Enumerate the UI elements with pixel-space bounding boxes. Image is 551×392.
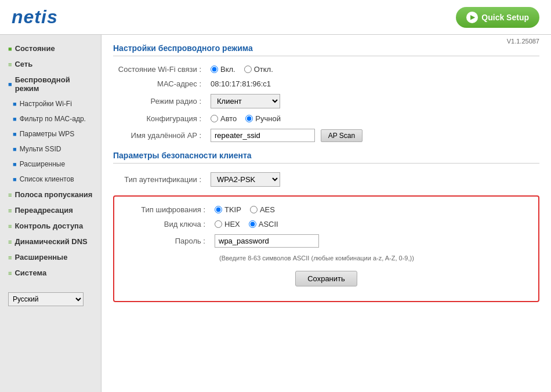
sidebar-label-multi-ssid: Мульти SSID: [20, 145, 61, 153]
key-radio-group: HEX ASCII: [215, 220, 531, 228]
access-control-icon: ≡: [8, 223, 12, 230]
remote-ap-row: Имя удалённой AP : AP Scan: [113, 126, 539, 145]
wifi-on-text: Вкл.: [220, 65, 235, 74]
radio-mode-label: Режим радио :: [113, 91, 206, 111]
language-select[interactable]: Русский English: [8, 292, 84, 306]
wifi-status-row: Состояние Wi-Fi связи : Вкл. Откл.: [113, 62, 539, 77]
encrypt-tkip-radio[interactable]: [215, 206, 222, 213]
advanced2-icon: ≡: [8, 254, 12, 261]
sidebar-label-wps: Параметры WPS: [20, 130, 75, 138]
content-area: Настройки беспроводного режима Состояние…: [102, 35, 551, 392]
mac-row: МАС-адрес : 08:10:17:81:96:c1: [113, 77, 539, 91]
sidebar-label-advanced: Расширенные: [20, 160, 66, 168]
hint-row: (Введите 8-63 символов ASCII (любые комб…: [117, 251, 535, 265]
status-icon: ■: [8, 45, 12, 52]
encrypt-type-value: TKIP AES: [210, 202, 535, 217]
encrypt-tkip-text: TKIP: [224, 205, 241, 214]
password-row: Пароль :: [117, 231, 535, 251]
auth-type-label: Тип аутентификации :: [113, 169, 206, 190]
key-ascii-radio[interactable]: [249, 220, 256, 228]
encrypt-radio-group: TKIP AES: [215, 205, 531, 214]
sidebar-label-ddns: Динамический DNS: [14, 237, 87, 246]
auth-type-value: WPA2-PSK WPA-PSK WEP Отключено: [206, 169, 539, 190]
remote-ap-label: Имя удалённой AP :: [113, 126, 206, 145]
encrypt-aes-label[interactable]: AES: [250, 205, 275, 214]
config-manual-radio[interactable]: [245, 115, 253, 122]
sidebar-item-access-control[interactable]: ≡ Контроль доступа: [0, 218, 101, 234]
password-label: Пароль :: [117, 231, 210, 251]
sidebar-label-status: Состояние: [15, 44, 55, 53]
encrypt-aes-radio[interactable]: [250, 206, 258, 213]
quick-setup-button[interactable]: Quick Setup: [456, 7, 539, 28]
encrypt-type-row: Тип шифрования : TKIP AES: [117, 202, 535, 217]
section2-title: Параметры безопасности клиента: [113, 151, 539, 164]
key-type-label: Вид ключа :: [117, 217, 210, 231]
sidebar-item-ddns[interactable]: ≡ Динамический DNS: [0, 234, 101, 249]
security-settings-table: Тип шифрования : TKIP AES: [117, 202, 535, 289]
config-manual-label[interactable]: Ручной: [245, 114, 281, 123]
ap-scan-button[interactable]: AP Scan: [321, 129, 362, 142]
multi-ssid-icon: ■: [13, 146, 17, 153]
sidebar-item-forwarding[interactable]: ≡ Переадресация: [0, 202, 101, 218]
wifi-on-radio[interactable]: [211, 66, 218, 73]
sidebar-item-wifi-settings[interactable]: ■ Настройки Wi-Fi: [0, 96, 101, 111]
ddns-icon: ≡: [8, 238, 12, 245]
sidebar-label-advanced2: Расширенные: [14, 253, 67, 262]
main-layout: ■ Состояние ≡ Сеть ■ Беспроводной режим …: [0, 35, 551, 392]
radio-mode-row: Режим радио : Клиент AP WDS: [113, 91, 539, 111]
wifi-off-label[interactable]: Откл.: [244, 65, 273, 74]
save-btn-cell: Сохранить: [117, 265, 535, 289]
sidebar-item-network[interactable]: ≡ Сеть: [0, 56, 101, 72]
header: netis Quick Setup: [0, 0, 551, 35]
key-hex-label[interactable]: HEX: [215, 220, 240, 228]
sidebar-item-multi-ssid[interactable]: ■ Мульти SSID: [0, 141, 101, 157]
sidebar-label-bandwidth: Полоса пропускания: [14, 190, 92, 199]
sidebar-item-bandwidth[interactable]: ≡ Полоса пропускания: [0, 187, 101, 202]
sidebar-item-advanced2[interactable]: ≡ Расширенные: [0, 249, 101, 265]
quick-setup-label: Quick Setup: [481, 13, 529, 22]
sidebar-label-wifi-settings: Настройки Wi-Fi: [20, 100, 72, 108]
sidebar-label-wireless: Беспроводной режим: [15, 75, 93, 93]
sidebar-label-mac-filter: Фильтр по МАС-адр.: [20, 115, 86, 123]
config-manual-text: Ручной: [255, 114, 281, 123]
password-hint: (Введите 8-63 символов ASCII (любые комб…: [215, 255, 414, 262]
config-radio-group: Авто Ручной: [211, 114, 535, 123]
encrypt-aes-text: AES: [260, 205, 275, 214]
key-hex-radio[interactable]: [215, 220, 222, 228]
sidebar-item-mac-filter[interactable]: ■ Фильтр по МАС-адр.: [0, 111, 101, 126]
wireless-icon: ■: [8, 81, 12, 88]
key-hex-text: HEX: [224, 220, 240, 228]
config-auto-radio[interactable]: [211, 115, 218, 122]
password-value: [210, 231, 535, 251]
key-type-value: HEX ASCII: [210, 217, 535, 231]
sidebar-item-client-list[interactable]: ■ Список клиентов: [0, 172, 101, 187]
mac-label: МАС-адрес :: [113, 77, 206, 91]
auth-type-select[interactable]: WPA2-PSK WPA-PSK WEP Отключено: [211, 172, 280, 187]
wifi-off-radio[interactable]: [244, 66, 252, 73]
sidebar-item-wps[interactable]: ■ Параметры WPS: [0, 126, 101, 141]
password-input[interactable]: [215, 234, 319, 248]
radio-mode-select[interactable]: Клиент AP WDS: [211, 94, 280, 108]
config-label: Конфигурация :: [113, 111, 206, 126]
mac-value: 08:10:17:81:96:c1: [206, 77, 539, 91]
sidebar-item-status[interactable]: ■ Состояние: [0, 41, 101, 56]
auth-type-row: Тип аутентификации : WPA2-PSK WPA-PSK WE…: [113, 169, 539, 190]
sidebar-item-advanced[interactable]: ■ Расширенные: [0, 157, 101, 172]
config-auto-label[interactable]: Авто: [211, 114, 237, 123]
remote-ap-input[interactable]: [211, 129, 315, 142]
config-value: Авто Ручной: [206, 111, 539, 126]
sidebar-item-wireless[interactable]: ■ Беспроводной режим: [0, 72, 101, 96]
sidebar-label-network: Сеть: [14, 60, 32, 68]
encrypt-tkip-label[interactable]: TKIP: [215, 205, 241, 214]
key-ascii-label[interactable]: ASCII: [249, 220, 278, 228]
radio-mode-value: Клиент AP WDS: [206, 91, 539, 111]
logo: netis: [12, 6, 58, 28]
save-button[interactable]: Сохранить: [295, 271, 357, 286]
wifi-on-label[interactable]: Вкл.: [211, 65, 235, 74]
sidebar-label-system: Система: [14, 268, 46, 277]
wifi-status-label: Состояние Wi-Fi связи :: [113, 62, 206, 77]
wireless-settings-table: Состояние Wi-Fi связи : Вкл. Откл.: [113, 62, 539, 145]
sidebar-item-system[interactable]: ≡ Система: [0, 265, 101, 281]
sidebar-label-forwarding: Переадресация: [14, 206, 72, 215]
save-row: Сохранить: [117, 265, 535, 289]
